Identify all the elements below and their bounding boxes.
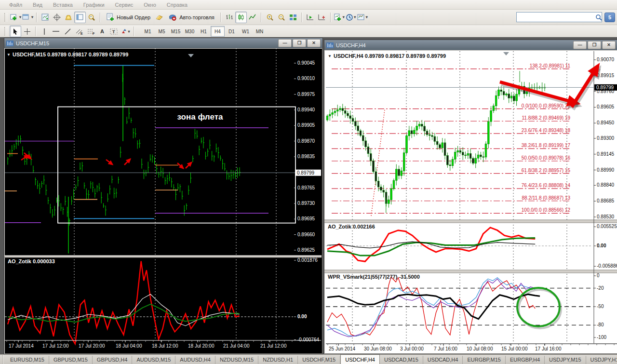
autotrading-button[interactable]: Авто-торговля (165, 12, 218, 23)
menu-bar: ФайлВидВставкаГрафикиСервисОкноСправка (0, 0, 617, 10)
navigator-button[interactable] (63, 12, 74, 23)
timeframe-M15[interactable]: M15 (169, 26, 183, 37)
chart-shift-button[interactable] (316, 12, 328, 23)
fibonacci-tool[interactable]: F (85, 26, 96, 37)
horizontal-line-tool[interactable] (50, 26, 62, 37)
maximize-button[interactable]: ❒ (588, 41, 601, 49)
chart-tab-USDCHF,M15[interactable]: USDCHF,M15 (298, 356, 340, 364)
menu-item-Окно[interactable]: Окно (138, 1, 161, 9)
templates-button[interactable]: ▾ (357, 12, 368, 23)
timeframe-W1[interactable]: W1 (239, 26, 253, 37)
bar-chart-button[interactable] (224, 12, 235, 23)
chevron-down-icon: ▾ (19, 15, 21, 19)
menu-item-Сервис[interactable]: Сервис (110, 1, 139, 9)
crosshair-tool[interactable] (21, 26, 33, 37)
toolbar-grip[interactable] (4, 13, 7, 22)
new-order-button[interactable]: Новый Ордер (103, 12, 154, 23)
menu-item-Вставка[interactable]: Вставка (48, 1, 78, 9)
timeframe-M1[interactable]: M1 (141, 26, 155, 37)
equidistant-channel-tool[interactable]: E (73, 26, 85, 37)
chevron-down-icon: ▾ (354, 15, 356, 19)
svg-text:T: T (112, 29, 115, 34)
separator (35, 27, 36, 36)
autotrading-label: Авто-торговля (179, 14, 215, 20)
terminal-button[interactable] (74, 12, 86, 23)
chart-area-usdchf-h4[interactable] (325, 51, 617, 353)
chart-tab-EURGBP,H4[interactable]: EURGBP,H4 (506, 356, 545, 364)
timeframe-H4[interactable]: H4 (211, 26, 225, 37)
chart-tab-NZDUSD,H1[interactable]: NZDUSD,H1 (258, 356, 298, 364)
timeframe-MN[interactable]: MN (253, 26, 267, 37)
new-order-label: Новый Ордер (117, 14, 150, 20)
chart-tab-USDCAD,H4[interactable]: USDCAD,H4 (423, 356, 463, 364)
tabs-grip[interactable] (2, 355, 3, 364)
chart-tabs-bar: EURUSD,M15GBPUSD,M15GBPUSD,H4AUDUSD,M15A… (0, 354, 617, 364)
chart-tab-USDJPY,M15[interactable]: USDJPY,M15 (545, 356, 586, 364)
chart-tab-USDCHF,H4[interactable]: USDCHF,H4 (340, 354, 380, 364)
window-titlebar[interactable]: USDCHF,H4 — ❒ ✕ (324, 40, 617, 50)
vertical-line-tool[interactable] (39, 26, 50, 37)
window-title: USDCHF,H4 (336, 42, 366, 48)
close-button[interactable]: ✕ (307, 39, 321, 47)
chart-tab-GBPUSD,M15[interactable]: GBPUSD,M15 (49, 356, 93, 364)
notifications-badge[interactable]: 5 (604, 13, 615, 22)
chevron-down-icon: ▾ (366, 15, 368, 19)
window-title: USDCHF,M15 (16, 40, 49, 46)
zoom-in-button[interactable] (264, 12, 276, 23)
chart-tab-USDJPY,H1[interactable]: USDJPY,H1 (586, 356, 617, 364)
line-chart-button[interactable] (247, 12, 258, 23)
chart-tab-EURUSD,M15[interactable]: EURUSD,M15 (6, 356, 49, 364)
close-button[interactable]: ✕ (602, 41, 616, 49)
strategy-tester-button[interactable] (86, 12, 97, 23)
svg-text:F: F (93, 32, 95, 35)
menu-item-Графики[interactable]: Графики (78, 1, 110, 9)
candlestick-chart-button[interactable] (235, 12, 247, 23)
menu-item-Справка[interactable]: Справка (161, 1, 193, 9)
timeframe-M5[interactable]: M5 (155, 26, 169, 37)
mt4-app: ФайлВидВставкаГрафикиСервисОкноСправка ▾… (0, 0, 617, 364)
trendline-tool[interactable] (62, 26, 73, 37)
search-input[interactable] (516, 12, 602, 22)
text-tool[interactable]: A (96, 26, 108, 37)
minimize-button[interactable]: — (573, 41, 587, 49)
separator (100, 13, 101, 22)
periods-button[interactable]: ▾ (345, 12, 357, 23)
profiles-button[interactable]: ▾ (22, 12, 34, 23)
new-chart-button[interactable]: ▾ (10, 12, 22, 23)
timeframe-M30[interactable]: M30 (183, 26, 197, 37)
menu-item-Вид[interactable]: Вид (27, 1, 48, 9)
separator (220, 13, 221, 22)
window-titlebar[interactable]: USDCHF,M15 — ❒ ✕ (4, 38, 322, 48)
chart-area-usdchf-m15[interactable] (5, 49, 322, 353)
chart-tab-USDCAD,M15[interactable]: USDCAD,M15 (380, 356, 423, 364)
separator (301, 13, 302, 22)
metaeditor-button[interactable] (154, 12, 165, 23)
chart-window-usdchf-h4: USDCHF,H4 — ❒ ✕ (324, 40, 617, 354)
market-watch-button[interactable] (40, 12, 51, 23)
chart-tab-GBPUSD,H4[interactable]: GBPUSD,H4 (93, 356, 133, 364)
chart-tab-AUDUSD,H4[interactable]: AUDUSD,H4 (175, 356, 215, 364)
indicators-button[interactable]: ▾ (334, 12, 345, 23)
chart-tab-AUDUSD,M15[interactable]: AUDUSD,M15 (132, 356, 175, 364)
chevron-down-icon: ▾ (343, 15, 345, 19)
cursor-tool[interactable] (10, 26, 21, 37)
tile-windows-button[interactable] (287, 12, 299, 23)
timeframe-bar: M1M5M15M30H1H4D1W1MN (141, 26, 267, 37)
chart-tab-NZDUSD,M15[interactable]: NZDUSD,M15 (215, 356, 258, 364)
arrows-tool[interactable]: ▾ (120, 26, 131, 37)
data-window-button[interactable] (51, 12, 63, 23)
menu-item-Файл[interactable]: Файл (4, 1, 27, 9)
toolbar-line-studies: E F A T ▾ M1M5M15M30H1H4D1W1MN (0, 25, 617, 38)
chevron-down-icon: ▾ (31, 15, 33, 19)
auto-scroll-button[interactable] (305, 12, 316, 23)
search-icon[interactable] (595, 13, 603, 21)
minimize-button[interactable]: — (278, 39, 292, 47)
text-label-tool[interactable]: T (108, 26, 120, 37)
timeframe-H1[interactable]: H1 (197, 26, 211, 37)
maximize-button[interactable]: ❒ (293, 39, 306, 47)
toolbar-grip[interactable] (4, 27, 7, 36)
zoom-out-button[interactable] (276, 12, 287, 23)
chart-window-icon (326, 42, 334, 48)
chart-tab-EURGBP,M15[interactable]: EURGBP,M15 (463, 356, 506, 364)
timeframe-D1[interactable]: D1 (225, 26, 239, 37)
